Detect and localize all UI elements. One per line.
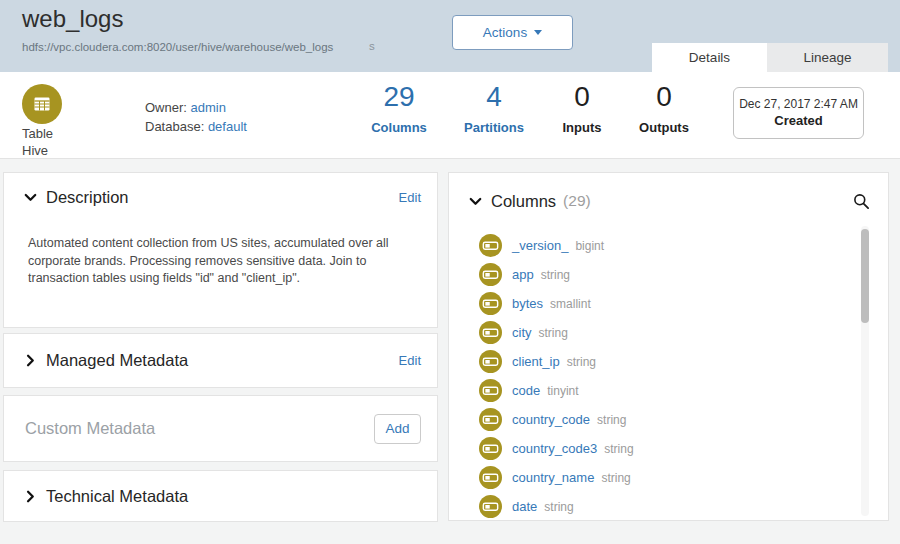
custom-metadata-header: Custom Metadata Add	[4, 396, 437, 461]
description-header[interactable]: Description Edit	[4, 173, 437, 221]
table-icon	[22, 84, 62, 124]
stat-outputs: 0 Outputs	[629, 80, 699, 135]
column-list-item: bytes smallint	[449, 289, 868, 318]
column-type-label: smallint	[550, 297, 591, 311]
columns-card: Columns (29) _version_ bigint app string	[448, 172, 889, 521]
description-card: Description Edit Automated content colle…	[3, 172, 438, 328]
tab-details[interactable]: Details	[652, 43, 767, 72]
columns-scrollbar-thumb[interactable]	[861, 229, 869, 323]
column-type-label: bigint	[575, 239, 604, 253]
field-icon	[479, 408, 502, 431]
field-icon	[479, 350, 502, 373]
created-badge: Dec 27, 2017 2:47 AM Created	[733, 87, 864, 139]
owner-database-block: Owner: admin Database: default	[145, 98, 247, 136]
column-name-link[interactable]: app	[512, 267, 534, 282]
entity-type-label: Table	[22, 125, 53, 142]
column-list-item: date string	[449, 492, 868, 521]
stat-partitions[interactable]: 4 Partitions	[449, 80, 539, 135]
created-date: Dec 27, 2017 2:47 AM	[734, 97, 863, 111]
column-list-item: code tinyint	[449, 376, 868, 405]
column-list-item: app string	[449, 260, 868, 289]
database-link[interactable]: default	[208, 119, 247, 134]
search-icon[interactable]	[853, 193, 870, 210]
columns-list: _version_ bigint app string bytes smalli…	[449, 231, 868, 521]
page-title: web_logs	[22, 5, 123, 33]
column-name-link[interactable]: country_code	[512, 412, 590, 427]
description-body: Automated content collection from US sit…	[28, 235, 420, 288]
description-title: Description	[46, 188, 129, 207]
stat-partitions-value: 4	[449, 80, 539, 114]
entity-summary-bar: Table Hive Owner: admin Database: defaul…	[0, 72, 900, 159]
technical-metadata-card: Technical Metadata	[3, 470, 438, 522]
column-type-label: string	[601, 471, 630, 485]
chevron-down-icon	[469, 195, 482, 208]
caret-down-icon	[534, 30, 542, 35]
column-name-link[interactable]: city	[512, 325, 532, 340]
managed-metadata-header[interactable]: Managed Metadata Edit	[4, 334, 437, 387]
stat-columns-value: 29	[354, 80, 444, 114]
entity-source-label: Hive	[22, 142, 53, 159]
managed-metadata-title: Managed Metadata	[46, 351, 188, 370]
column-list-item: country_code string	[449, 405, 868, 434]
stat-inputs-value: 0	[547, 80, 617, 114]
custom-metadata-add-button[interactable]: Add	[374, 414, 421, 444]
entity-path: hdfs://vpc.cloudera.com:8020/user/hive/w…	[22, 41, 333, 53]
field-icon	[479, 379, 502, 402]
entity-type-labels: Table Hive	[22, 125, 53, 159]
field-icon	[479, 292, 502, 315]
field-icon	[479, 263, 502, 286]
column-list-item: country_name string	[449, 463, 868, 492]
columns-count: (29)	[563, 192, 591, 210]
field-icon	[479, 234, 502, 257]
column-name-link[interactable]: date	[512, 499, 537, 514]
columns-scrollbar-track[interactable]	[861, 226, 869, 516]
owner-label: Owner:	[145, 100, 187, 115]
column-name-link[interactable]: code	[512, 383, 540, 398]
chevron-down-icon	[24, 191, 37, 204]
actions-button[interactable]: Actions	[452, 15, 573, 50]
field-icon	[479, 466, 502, 489]
column-type-label: string	[544, 500, 573, 514]
stat-columns[interactable]: 29 Columns	[354, 80, 444, 135]
custom-metadata-card: Custom Metadata Add	[3, 395, 438, 462]
description-edit-link[interactable]: Edit	[399, 190, 421, 205]
technical-metadata-title: Technical Metadata	[46, 487, 188, 506]
field-icon	[479, 495, 502, 518]
column-type-label: string	[597, 413, 626, 427]
column-type-label: string	[604, 442, 633, 456]
stat-outputs-label: Outputs	[629, 120, 699, 135]
column-type-label: tinyint	[547, 384, 578, 398]
stat-inputs: 0 Inputs	[547, 80, 617, 135]
columns-header[interactable]: Columns (29)	[449, 173, 888, 223]
page-header: web_logs hdfs://vpc.cloudera.com:8020/us…	[0, 0, 900, 72]
path-artifact-text: s	[369, 40, 375, 52]
tab-lineage[interactable]: Lineage	[767, 43, 888, 72]
owner-link[interactable]: admin	[191, 100, 226, 115]
field-icon	[479, 321, 502, 344]
column-name-link[interactable]: _version_	[512, 238, 568, 253]
column-type-label: string	[541, 268, 570, 282]
stat-outputs-value: 0	[629, 80, 699, 114]
custom-metadata-title: Custom Metadata	[25, 419, 155, 438]
column-type-label: string	[567, 355, 596, 369]
column-list-item: city string	[449, 318, 868, 347]
column-name-link[interactable]: bytes	[512, 296, 543, 311]
technical-metadata-header[interactable]: Technical Metadata	[4, 471, 437, 521]
column-list-item: _version_ bigint	[449, 231, 868, 260]
column-type-label: string	[539, 326, 568, 340]
stat-partitions-label: Partitions	[449, 120, 539, 135]
chevron-right-icon	[24, 354, 37, 367]
stat-columns-label: Columns	[354, 120, 444, 135]
column-name-link[interactable]: client_ip	[512, 354, 560, 369]
chevron-right-icon	[24, 490, 37, 503]
columns-title: Columns	[491, 192, 556, 211]
column-name-link[interactable]: country_code3	[512, 441, 597, 456]
actions-button-label: Actions	[483, 25, 527, 40]
managed-metadata-edit-link[interactable]: Edit	[399, 353, 421, 368]
column-name-link[interactable]: country_name	[512, 470, 594, 485]
column-list-item: client_ip string	[449, 347, 868, 376]
column-list-item: country_code3 string	[449, 434, 868, 463]
managed-metadata-card: Managed Metadata Edit	[3, 333, 438, 388]
created-label: Created	[734, 113, 863, 128]
table-grid-glyph	[31, 93, 53, 115]
